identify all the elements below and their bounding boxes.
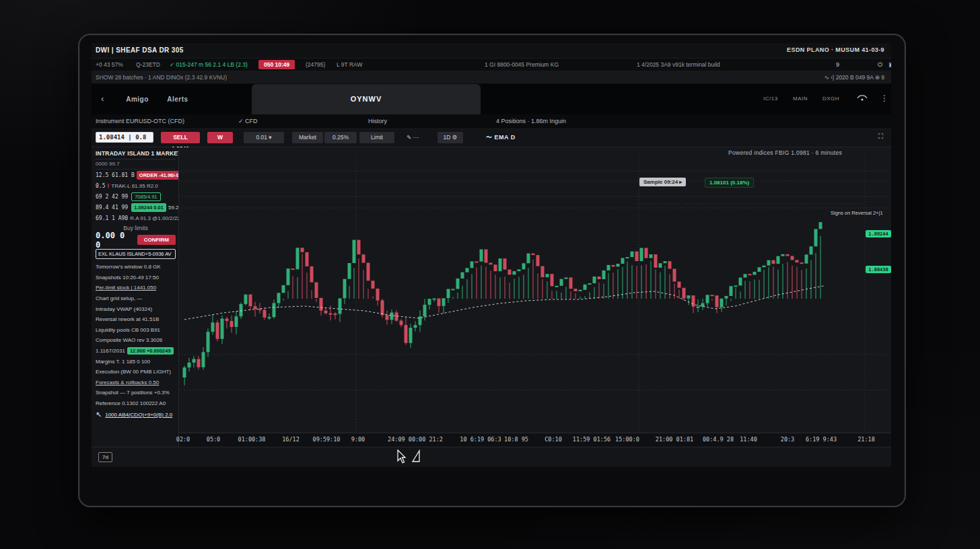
list-item[interactable]: Execution (BW 00 PMB LIGHT) xyxy=(96,367,176,377)
tab-mini-3[interactable]: DXGH xyxy=(823,96,839,102)
app-title: DWI | SHEAF DSA DR 305 xyxy=(96,46,184,54)
lot-size-dropdown[interactable]: 0.01 ▾ xyxy=(244,132,284,143)
monitor-frame: DWI | SHEAF DSA DR 305 ESDN PLANO · MUSU… xyxy=(78,34,906,507)
time-tick: 10:8 95 xyxy=(504,436,528,443)
volume-value[interactable]: 0.00 0 0 xyxy=(96,231,133,250)
order-row-2[interactable]: 69 2 42 997085/4.91 xyxy=(96,191,176,202)
signal-icon[interactable] xyxy=(856,92,868,106)
order-row-label: 69 2 42 99 xyxy=(96,194,128,200)
order-row-label: 69.1 1 A90 xyxy=(96,215,128,221)
order-row-extra: 59.21 xyxy=(168,205,179,211)
time-tick: 21:18 xyxy=(858,436,875,443)
tab-active[interactable]: OYNWV xyxy=(252,84,481,114)
list-item[interactable]: Reversal rework at 41.51B xyxy=(96,314,176,325)
order-row-1[interactable]: 0.5!TRAK-L 61.95 R2.0 xyxy=(96,180,176,191)
list-item[interactable]: Snapshot — 7 positions +0.3% xyxy=(96,388,176,398)
candlestick-chart[interactable]: Powered indices FBIG 1.0981 · 6 minutes … xyxy=(179,147,891,433)
order-row-4[interactable]: 69.1 1 A90R.A 91.3 @1.00/2/22 xyxy=(96,213,176,223)
draw-tools-icon[interactable]: ✎ ⋯ xyxy=(403,132,423,143)
time-tick: 16/12 xyxy=(282,436,300,443)
price-change-badge[interactable]: 1.08101 (0.18%) xyxy=(705,178,754,188)
panel-subheader: 0000 99.7 xyxy=(96,159,176,170)
status-count: (24795) xyxy=(306,61,325,68)
panel-boxed-note[interactable]: EXL KLAUS ISLAND+5-0936 AV xyxy=(96,249,176,259)
back-chevron-icon[interactable]: ‹ xyxy=(101,94,104,104)
time-tick: 21:00 01:81 xyxy=(656,436,693,443)
order-row-0[interactable]: 12.5 61.81 BORDER -41.96/-0.36 xyxy=(96,170,176,180)
main-area: INTRADAY ISLAND 1 MARKETS 0000 99.7 12.5… xyxy=(92,147,891,447)
cursor-row-text: 1000 AB4(CDO)+9+0(B) 2.0 xyxy=(105,412,172,418)
time-tick: 10 6:19 06:3 xyxy=(460,436,501,443)
list-item[interactable]: 1.1167/203112.906 +0.000249 xyxy=(96,346,176,357)
time-tick: 11:59 01:56 xyxy=(573,436,610,443)
chart-column: Powered indices FBIG 1.0981 · 6 minutes … xyxy=(179,147,891,447)
mouse-cursor-icon xyxy=(396,449,407,464)
order-row-3[interactable]: 89.4 41 991.09244 0.0159.21 xyxy=(96,202,176,213)
time-tick: 02:0 xyxy=(176,436,190,443)
tab-alerts[interactable]: Alerts xyxy=(158,84,198,114)
buy-order-badge[interactable]: 1.09244 0.01 xyxy=(131,203,166,212)
status-mode: L 9T RAW xyxy=(337,61,362,68)
list-item[interactable]: Liquidity pools CB 003 B91 xyxy=(96,325,176,336)
panel-cursor-row[interactable]: ↖ 1000 AB4(CDO)+9+0(B) 2.0 xyxy=(96,408,176,420)
w-button[interactable]: W xyxy=(207,132,233,143)
title-bar: DWI | SHEAF DSA DR 305 ESDN PLANO · MUSU… xyxy=(92,43,891,59)
candlestick-svg xyxy=(179,147,891,433)
window-icon[interactable]: ▣ xyxy=(888,61,891,68)
notification-count-icon[interactable]: 9 xyxy=(836,61,839,68)
list-item-text: Intraday VWAP (40324) xyxy=(96,306,152,312)
limit-button[interactable]: Limit xyxy=(359,132,394,143)
app-screen: DWI | SHEAF DSA DR 305 ESDN PLANO · MUSU… xyxy=(92,43,891,472)
time-tick: 9:00 xyxy=(351,436,365,443)
volume-row: 0.00 0 0 CONFIRM xyxy=(96,233,176,247)
order-row-label: 12.5 61.81 B xyxy=(96,172,135,178)
time-tick: 00:4.9 28 xyxy=(703,436,734,443)
market-button[interactable]: Market xyxy=(292,132,323,143)
percent-button[interactable]: 0.25% xyxy=(324,132,357,143)
time-axis[interactable]: 02:005:001:00:3816/1209:59:109:0024:09 0… xyxy=(179,433,891,447)
history-link[interactable]: History xyxy=(368,118,387,124)
tab-mini-1[interactable]: IC/13 xyxy=(763,96,778,102)
list-item[interactable]: Margins T. 1 185 0 100 xyxy=(96,356,176,367)
confirm-button[interactable]: CONFIRM xyxy=(137,235,176,245)
list-item-text: Reversal rework at 41.51B xyxy=(96,316,159,322)
kebab-menu-icon[interactable]: ⋮ xyxy=(880,94,888,103)
panel-header: INTRADAY ISLAND 1 MARKETS xyxy=(96,150,176,159)
menu-tools[interactable]: ∿ ‹| 2020 B 049 9A ⊕ 9 xyxy=(825,74,884,81)
sell-order-badge[interactable]: ORDER -41.96/-0.36 xyxy=(137,171,179,180)
list-item[interactable]: Composite WAO rev 3.3026 xyxy=(96,335,176,346)
positions-summary[interactable]: 4 Positions · 1.86m Inguin xyxy=(496,118,566,124)
tab-amigo[interactable]: Amigo xyxy=(117,84,158,114)
list-item[interactable]: Per-limit stock | 1441.050 xyxy=(96,283,176,293)
sample-badge[interactable]: Sample 09:24 ▸ xyxy=(639,178,686,186)
indicator-legend[interactable]: 〜 EMA D xyxy=(486,133,516,142)
timeframe-button[interactable]: 1D ⚙ xyxy=(438,132,463,143)
list-item[interactable]: Reference 0.1302 100222 A0 xyxy=(96,398,176,409)
sell-button[interactable]: SELL 1.0841 xyxy=(161,132,200,143)
range-button[interactable]: 7d xyxy=(98,452,112,462)
power-icon[interactable]: ⏻ xyxy=(878,61,882,69)
cfd-flag: ✓ CFD xyxy=(238,118,258,124)
list-item[interactable]: Snapshots 10:20-49 17:50 xyxy=(96,272,176,283)
green-outline-badge[interactable]: 7085/4.91 xyxy=(131,192,160,201)
list-item-text: Tomorrow's window 0.8 GK xyxy=(96,264,161,270)
menu-bar: SHOW 28 batches · 1 AND DINOx (2.3 42.9 … xyxy=(92,71,891,84)
instrument-label[interactable]: Instrument EURUSD-OTC (CFD) xyxy=(96,118,184,124)
order-price-input[interactable] xyxy=(96,132,153,143)
time-tick: 15:00:0 xyxy=(615,436,639,443)
tab-mini-2[interactable]: MAIN xyxy=(793,96,808,102)
chart-title: Powered indices FBIG 1.0981 · 6 minutes xyxy=(728,149,842,156)
list-item[interactable]: Tomorrow's window 0.8 GK xyxy=(96,262,176,272)
list-item-text: Snapshot — 7 positions +0.3% xyxy=(96,390,170,396)
list-item[interactable]: Chart grid setup, — xyxy=(96,293,176,304)
account-id: 1 GI 8800-0045 Premium KG xyxy=(485,61,559,68)
fullscreen-icon[interactable]: ⛶ xyxy=(878,133,883,141)
list-item[interactable]: Forecasts & rollbacks 0.50 xyxy=(96,377,176,388)
time-tick: 24:09 00:00 21:2 xyxy=(388,436,443,443)
bottom-bar: 7d xyxy=(92,447,891,467)
layout-info: SHOW 28 batches · 1 AND DINOx (2.3 42.9 … xyxy=(96,74,227,81)
status-alert-badge[interactable]: 050 10:49 xyxy=(258,60,295,69)
price-tag-current: 1.08430 xyxy=(866,266,891,273)
status-bar: +0 43 57% Q-23ETD ✓ 015-247 m 56 2.1 4 L… xyxy=(92,59,891,71)
list-item[interactable]: Intraday VWAP (40324) xyxy=(96,303,176,314)
